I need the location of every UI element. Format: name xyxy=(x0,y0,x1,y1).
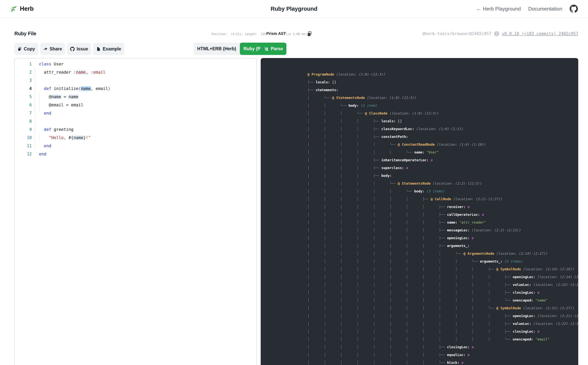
ast-row: │ │ │ │ │ │ │ │ │ │ └── arguments_: (2 i… xyxy=(307,258,578,265)
editor-actions: Copy Share Issue xyxy=(14,43,124,55)
ast-row: │ │ │ └── @ ClassNode (location: (1:0)-(… xyxy=(307,109,578,117)
indent-guide xyxy=(39,133,40,142)
line-number: 1 xyxy=(15,60,32,68)
code-editor[interactable]: 1class User2 attr_reader :name, :email34… xyxy=(14,58,257,365)
ast-row: │ │ │ │ │ │ │ │ │ │ │ │ ├── closingLoc: … xyxy=(307,328,578,335)
cursor-position-status: Position: (4:21), Length: 159 xyxy=(211,32,266,36)
ast-row: │ │ │ │ │ │ │ │ ├── arguments_: xyxy=(307,242,578,250)
ast-row: │ │ │ │ │ │ │ │ ├── equalLoc: ø xyxy=(307,351,578,359)
ast-row: │ │ │ │ │ └── @ ConstantReadNode (locati… xyxy=(307,141,578,148)
line-number: 4 xyxy=(15,84,32,93)
line-number: 12 xyxy=(15,150,32,158)
share-icon xyxy=(43,47,48,51)
ast-row: │ │ │ │ │ │ │ │ │ │ │ │ ├── openingLoc: … xyxy=(307,312,578,320)
ast-row: │ │ │ │ ├── classKeywordLoc: (location: … xyxy=(307,125,578,133)
parse-timing: (in 3.00 ms) xyxy=(286,32,307,36)
ast-row: │ │ │ │ ├── superclass: ø xyxy=(307,164,578,172)
line-number: 9 xyxy=(15,126,32,133)
example-button-label: Example xyxy=(103,46,121,52)
line-number: 5 xyxy=(15,93,32,101)
editor-panel-title: Ruby File xyxy=(14,31,36,36)
ast-row: │ │ │ │ ├── body: xyxy=(307,172,578,180)
ast-row: │ │ └── body: (1 item) xyxy=(307,102,578,109)
back-to-playground-link[interactable]: ← Herb Playground xyxy=(476,6,521,12)
github-octocat-icon xyxy=(70,47,75,51)
ast-row: ├── statements: xyxy=(307,86,578,94)
info-icon[interactable]: i xyxy=(494,31,499,36)
file-icon xyxy=(96,47,101,51)
ast-row: │ │ │ │ │ │ │ │ │ │ │ │ ├── openingLoc: … xyxy=(307,273,578,281)
ast-row: │ │ │ │ ├── inheritanceOperatorLoc: ø xyxy=(307,156,578,164)
code-line[interactable]: 2 attr_reader :name, :email xyxy=(15,68,256,76)
code-line[interactable]: 5 @name = name xyxy=(15,93,256,101)
version-link[interactable]: v0.8.10 (+183 commits) 2402c957 xyxy=(502,31,578,36)
ast-row: │ │ │ │ │ │ │ │ └── block: ø xyxy=(307,359,578,365)
share-button-label: Share xyxy=(50,46,62,52)
parse-button[interactable]: Parse xyxy=(261,43,286,55)
ast-row: │ │ │ │ │ │ │ │ │ │ │ │ ├── valueLoc: (l… xyxy=(307,281,578,289)
header-bar: Herb Ruby Playground ← Herb Playground D… xyxy=(0,0,588,18)
line-number: 11 xyxy=(15,142,32,150)
code-text: def greeting xyxy=(32,126,73,133)
example-button[interactable]: Example xyxy=(93,43,124,55)
code-text xyxy=(32,117,39,126)
code-line[interactable]: 8 xyxy=(15,117,256,126)
ast-row: │ │ │ │ │ │ │ │ │ │ │ │ └── unescaped: "… xyxy=(307,335,578,343)
ast-row: │ │ │ │ │ │ │ │ │ │ │ └── @ SymbolNode (… xyxy=(307,304,578,312)
issue-button-label: Issue xyxy=(77,46,88,52)
ast-tree-panel[interactable]: @ ProgramNode (location: (1:0)-(12:3))├─… xyxy=(261,58,578,365)
code-lines: 1class User2 attr_reader :name, :email34… xyxy=(15,60,256,158)
line-number: 2 xyxy=(15,68,32,76)
code-line[interactable]: 3 xyxy=(15,76,256,84)
line-number: 6 xyxy=(15,101,32,109)
package-version: @herb-tools/browser@2402c957 xyxy=(422,31,491,36)
ast-rows: @ ProgramNode (location: (1:0)-(12:3))├─… xyxy=(307,70,578,365)
code-text: end xyxy=(32,150,46,158)
ast-row: │ │ │ │ │ │ │ │ ├── closingLoc: ø xyxy=(307,343,578,351)
copy-button[interactable]: Copy xyxy=(14,43,38,55)
code-text: def initialize(name, email) xyxy=(32,84,110,93)
line-number: 7 xyxy=(15,109,32,117)
issue-button[interactable]: Issue xyxy=(67,43,91,55)
documentation-link[interactable]: Documentation xyxy=(528,6,562,12)
code-text: class User xyxy=(32,60,64,68)
line-number: 8 xyxy=(15,117,32,126)
ast-row: │ │ │ │ │ │ │ │ ├── name: "attr_reader" xyxy=(307,218,578,226)
ast-row: │ │ │ │ ├── locals: [] xyxy=(307,117,578,125)
code-line[interactable]: 6 @email = email xyxy=(15,101,256,109)
ast-row: │ │ │ │ │ │ └── name: "User" xyxy=(307,148,578,156)
ast-panel-title: Prism AST xyxy=(266,31,286,36)
ast-row: │ │ │ │ │ │ │ │ ├── receiver: ø xyxy=(307,203,578,211)
copy-icon xyxy=(17,47,22,51)
code-line[interactable]: 7 end xyxy=(15,109,256,117)
indent-guide xyxy=(39,93,40,111)
indent-guide xyxy=(35,68,35,150)
ast-row: @ ProgramNode (location: (1:0)-(12:3)) xyxy=(307,70,578,78)
github-icon[interactable] xyxy=(570,5,578,13)
ast-row: │ │ │ │ │ │ │ │ ├── callOperatorLoc: ø xyxy=(307,211,578,218)
ast-row: │ │ │ │ │ └── @ StatementsNode (location… xyxy=(307,180,578,187)
ast-row: │ │ │ │ │ │ │ │ │ └── @ ArgumentsNode (l… xyxy=(307,250,578,258)
code-text: @name = name xyxy=(32,93,78,101)
code-line[interactable]: 4 def initialize(name, email) xyxy=(15,84,256,93)
code-line[interactable]: 10 "Hello, #{name}!" xyxy=(15,133,256,142)
ast-row: │ │ │ │ │ │ │ │ │ │ │ ├── @ SymbolNode (… xyxy=(307,265,578,273)
ast-row: │ │ │ │ │ │ │ │ │ │ │ │ ├── closingLoc: … xyxy=(307,289,578,296)
copy-ast-icon[interactable] xyxy=(306,31,312,37)
share-button[interactable]: Share xyxy=(40,43,65,55)
ast-row: │ │ │ │ │ │ │ ├── @ CallNode (location: … xyxy=(307,195,578,203)
tree-icon xyxy=(264,47,269,51)
code-line[interactable]: 12end xyxy=(15,150,256,158)
code-line[interactable]: 11 end xyxy=(15,142,256,150)
code-text xyxy=(32,76,39,84)
ast-row: ├── locals: [] xyxy=(307,78,578,86)
tab-html-erb[interactable]: HTML+ERB (Herb) xyxy=(193,43,240,55)
ast-row: │ │ │ │ │ │ │ │ ├── messageLoc: (locatio… xyxy=(307,226,578,234)
code-line[interactable]: 9 def greeting xyxy=(15,126,256,133)
code-line[interactable]: 1class User xyxy=(15,60,256,68)
copy-button-label: Copy xyxy=(24,46,35,52)
ast-row: │ └── @ StatementsNode (location: (1:0)-… xyxy=(307,94,578,102)
ast-row: │ │ │ │ │ │ └── body: (3 items) xyxy=(307,187,578,195)
version-info: @herb-tools/browser@2402c957 i v0.8.10 (… xyxy=(422,31,578,36)
code-text: "Hello, #{name}!" xyxy=(32,133,91,142)
